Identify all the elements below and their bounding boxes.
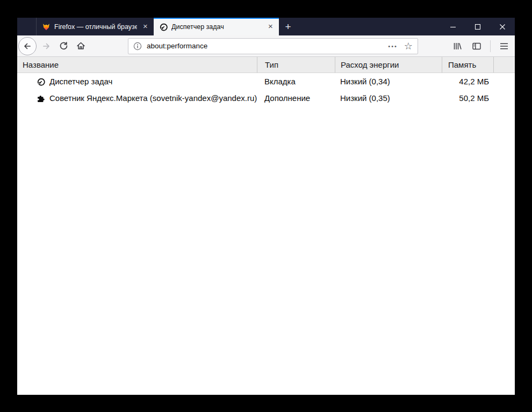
toolbar-right-group: [449, 38, 513, 55]
table-row[interactable]: Советник Яндекс.Маркета (sovetnik-yandex…: [17, 90, 515, 106]
task-memory: 42,2 МБ: [442, 77, 493, 86]
column-header-name[interactable]: Название: [17, 57, 257, 73]
table-header-row: Название Тип Расход энергии Память: [17, 57, 515, 73]
task-memory: 50,2 МБ: [442, 93, 493, 103]
bookmark-star-icon[interactable]: ☆: [404, 41, 413, 51]
sidebar-toggle-icon[interactable]: [468, 38, 485, 55]
tab-title: Firefox — отличный браузер д: [54, 23, 137, 31]
window-close-button[interactable]: [490, 18, 515, 35]
back-button[interactable]: [18, 37, 37, 55]
table-row[interactable]: Диспетчер задач Вкладка Низкий (0,34) 42…: [17, 73, 515, 90]
puzzle-piece-icon: [37, 94, 45, 103]
titlebar-spacer: [297, 18, 441, 35]
tab-close-icon[interactable]: ×: [266, 22, 275, 31]
task-type: Дополнение: [257, 93, 335, 103]
forward-button[interactable]: [38, 38, 55, 55]
window-maximize-button[interactable]: [465, 18, 490, 35]
toolbar-separator: [490, 40, 491, 52]
performance-gauge-icon: [159, 23, 168, 31]
task-name: Диспетчер задач: [49, 77, 112, 86]
menu-hamburger-icon[interactable]: [495, 38, 513, 55]
firefox-logo-icon: [42, 23, 51, 31]
task-name: Советник Яндекс.Маркета (sovetnik-yandex…: [49, 93, 257, 103]
tab-firefox-start-page[interactable]: Firefox — отличный браузер д ×: [37, 18, 154, 35]
new-tab-button[interactable]: +: [279, 18, 297, 35]
library-icon[interactable]: [449, 38, 466, 55]
url-text[interactable]: about:performance: [147, 42, 388, 50]
column-header-energy[interactable]: Расход энергии: [335, 57, 442, 73]
tab-close-icon[interactable]: ×: [141, 22, 150, 31]
tab-task-manager[interactable]: Диспетчер задач ×: [154, 18, 279, 35]
titlebar-drag-space: [17, 18, 37, 35]
browser-window: Firefox — отличный браузер д × Диспетчер…: [17, 18, 515, 395]
reload-button[interactable]: [55, 38, 72, 55]
window-controls: [441, 18, 515, 35]
performance-gauge-icon: [37, 77, 45, 86]
tab-title: Диспетчер задач: [171, 23, 262, 31]
column-header-type[interactable]: Тип: [257, 57, 335, 73]
task-energy: Низкий (0,34): [335, 77, 442, 86]
task-type: Вкладка: [257, 77, 335, 86]
url-bar[interactable]: about:performance ••• ☆: [128, 38, 418, 54]
column-header-memory[interactable]: Память: [442, 57, 493, 73]
performance-page: Название Тип Расход энергии Память Диспе…: [17, 57, 515, 395]
tab-bar: Firefox — отличный браузер д × Диспетчер…: [17, 18, 515, 35]
column-header-spacer: [493, 57, 515, 73]
window-minimize-button[interactable]: [441, 18, 465, 35]
home-button[interactable]: [72, 38, 89, 55]
site-info-icon[interactable]: [133, 42, 142, 50]
page-actions-icon[interactable]: •••: [388, 43, 398, 49]
task-energy: Низкий (0,35): [335, 93, 442, 103]
navigation-toolbar: about:performance ••• ☆: [17, 35, 515, 57]
